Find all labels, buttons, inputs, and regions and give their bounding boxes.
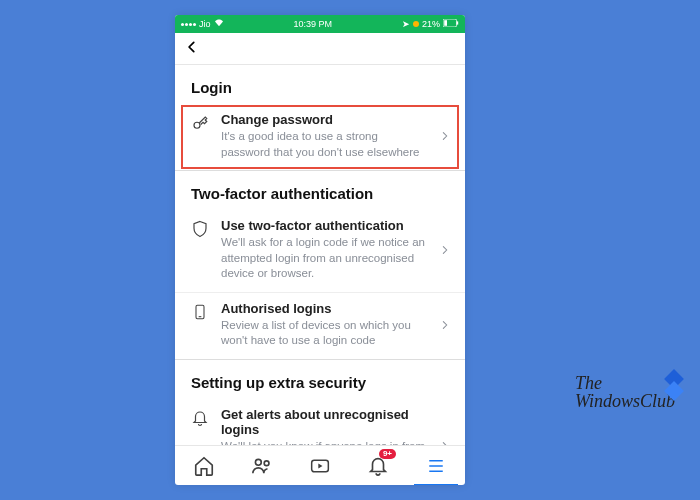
chevron-right-icon xyxy=(435,439,455,445)
watermark-line2: WindowsClub xyxy=(575,392,675,410)
row-desc: We'll let you know if anyone logs in fro… xyxy=(221,439,425,445)
bottom-nav: 9+ xyxy=(175,445,465,485)
row-get-alerts[interactable]: Get alerts about unrecognised logins We'… xyxy=(175,399,465,445)
svg-rect-1 xyxy=(457,21,459,24)
section-heading-extra: Setting up extra security xyxy=(175,360,465,399)
tab-menu[interactable] xyxy=(420,450,452,482)
row-use-2fa[interactable]: Use two-factor authentication We'll ask … xyxy=(175,210,465,293)
notification-badge: 9+ xyxy=(379,449,396,459)
row-title: Change password xyxy=(221,112,425,127)
row-title: Use two-factor authentication xyxy=(221,218,425,233)
bell-icon xyxy=(189,407,211,427)
tab-friends[interactable] xyxy=(246,450,278,482)
statusbar-time: 10:39 PM xyxy=(293,19,332,29)
phone-frame: Jio 10:39 PM ➤ 21% Login Chan xyxy=(175,15,465,485)
chevron-right-icon xyxy=(435,129,455,143)
back-button[interactable] xyxy=(185,38,199,59)
carrier-label: Jio xyxy=(199,19,211,29)
wifi-icon xyxy=(214,19,224,29)
row-desc: Review a list of devices on which you wo… xyxy=(221,318,425,349)
tab-watch[interactable] xyxy=(304,450,336,482)
battery-icon xyxy=(443,19,459,29)
location-icon: ➤ xyxy=(402,19,410,29)
watermark-line1: The xyxy=(575,374,675,392)
tab-notifications[interactable]: 9+ xyxy=(362,450,394,482)
tab-home[interactable] xyxy=(188,450,220,482)
section-heading-2fa: Two-factor authentication xyxy=(175,171,465,210)
row-authorised-logins[interactable]: Authorised logins Review a list of devic… xyxy=(175,293,465,360)
dot-icon xyxy=(413,21,419,27)
phone-icon xyxy=(189,301,211,321)
shield-icon xyxy=(189,218,211,238)
row-change-password[interactable]: Change password It's a good idea to use … xyxy=(175,104,465,171)
watermark: The WindowsClub xyxy=(575,374,675,410)
svg-point-3 xyxy=(194,122,200,128)
signal-icon xyxy=(181,23,196,26)
battery-label: 21% xyxy=(422,19,440,29)
row-desc: It's a good idea to use a strong passwor… xyxy=(221,129,425,160)
settings-scroll[interactable]: Login Change password It's a good idea t… xyxy=(175,65,465,445)
header-bar xyxy=(175,33,465,65)
svg-point-6 xyxy=(255,459,261,465)
row-desc: We'll ask for a login code if we notice … xyxy=(221,235,425,282)
key-icon xyxy=(189,112,211,132)
row-title: Authorised logins xyxy=(221,301,425,316)
svg-rect-2 xyxy=(444,20,447,26)
section-heading-login: Login xyxy=(175,65,465,104)
svg-point-7 xyxy=(264,460,269,465)
chevron-right-icon xyxy=(435,243,455,257)
row-title: Get alerts about unrecognised logins xyxy=(221,407,425,437)
chevron-right-icon xyxy=(435,318,455,332)
status-bar: Jio 10:39 PM ➤ 21% xyxy=(175,15,465,33)
